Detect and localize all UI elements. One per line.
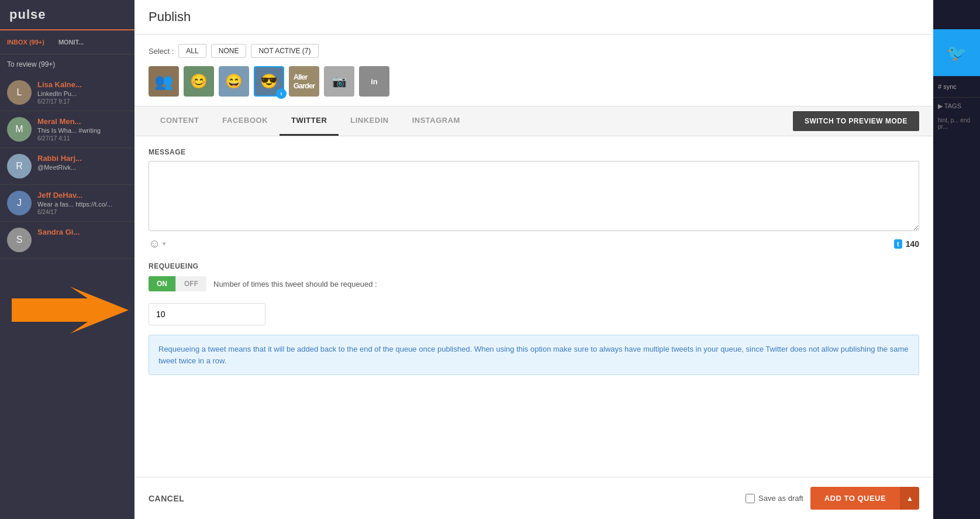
inbox-date-1: 6/27/17 4:11 (37, 135, 127, 142)
footer-right: Save as draft ADD TO QUEUE ▲ (746, 487, 919, 510)
inbox-preview-0: LinkedIn Pu... (37, 90, 127, 97)
account-avatar-2[interactable]: 😄 (219, 66, 249, 97)
sidebar-nav-monitor[interactable]: MONIT... (51, 30, 91, 54)
avatar-lisa: L (7, 80, 32, 105)
avatar-jeff: J (7, 191, 32, 215)
inbox-item-0[interactable]: L Lisa Kalne... LinkedIn Pu... 6/27/17 9… (0, 74, 134, 111)
modal-footer: CANCEL Save as draft ADD TO QUEUE ▲ (134, 477, 933, 519)
requeue-count-input[interactable] (149, 303, 265, 325)
tags-sub: hint, p... end pr... (933, 115, 980, 132)
twitter-panel[interactable]: 🐦 (933, 29, 980, 76)
toggle-row: ON OFF Number of times this tweet should… (149, 276, 919, 291)
sync-label: # sync (933, 76, 980, 98)
inbox-item-3[interactable]: J Jeff DeHav... Wear a fas... https://t.… (0, 185, 134, 222)
avatars-row: 👥 😊 😄 😎 t AllerGarder 📷 (149, 66, 919, 97)
inbox-name-2: Rabbi Harj... (37, 154, 127, 163)
avatar-img-4: AllerGarder (289, 66, 319, 97)
requeueing-header: REQUEUEING (149, 262, 919, 270)
tab-instagram[interactable]: INSTAGRAM (401, 106, 472, 136)
sidebar-nav: INBOX (99+) MONIT... (0, 30, 134, 54)
toggle-on-button[interactable]: ON (149, 276, 175, 291)
dropdown-arrow-icon: ▲ (906, 494, 913, 503)
save-draft-label[interactable]: Save as draft (746, 494, 803, 503)
add-to-queue-dropdown-button[interactable]: ▲ (900, 487, 919, 510)
inbox-name-1: Meral Men... (37, 117, 127, 126)
info-text: Requeueing a tweet means that it will be… (158, 345, 909, 365)
select-label: Select : (149, 47, 174, 56)
add-to-queue-button[interactable]: ADD TO QUEUE (810, 487, 900, 510)
inbox-preview-3: Wear a fas... https://t.co/... (37, 201, 127, 208)
select-not-active-button[interactable]: NOT ACTIVE (7) (251, 44, 318, 58)
account-avatar-6[interactable]: in (359, 66, 389, 97)
modal-header: Publish (134, 0, 933, 35)
char-count: t 140 (894, 239, 919, 249)
account-selector: Select : ALL NONE NOT ACTIVE (7) 👥 😊 😄 (134, 35, 933, 106)
modal-body: MESSAGE ☺ ▾ t 140 REQUEUEING ON OFF Numb… (134, 136, 933, 477)
right-panel: PUBLISH 🐦 # sync ▶ TAGS hint, p... end p… (933, 0, 980, 519)
tab-linkedin[interactable]: LINKEDIN (339, 106, 400, 136)
avatar-img-5: 📷 (324, 66, 354, 97)
inbox-preview-1: This Is Wha... #writing (37, 127, 127, 134)
tab-content[interactable]: CONTENT (149, 106, 211, 136)
inbox-item-2[interactable]: R Rabbi Harj... @MeetRivk... (0, 148, 134, 185)
toggle-off-button[interactable]: OFF (175, 276, 206, 291)
account-avatar-3[interactable]: 😎 t (254, 66, 284, 97)
inbox-name-3: Jeff DeHav... (37, 191, 127, 200)
sidebar-tabs: To review (99+) (0, 54, 134, 74)
add-to-queue-group: ADD TO QUEUE ▲ (810, 487, 919, 510)
tags-label[interactable]: ▶ TAGS (933, 98, 980, 115)
twitter-badge: t (276, 88, 287, 99)
requeue-times-label: Number of times this tweet should be req… (213, 280, 377, 288)
select-none-button[interactable]: NONE (211, 44, 247, 58)
modal-title: Publish (149, 9, 919, 25)
inbox-date-0: 6/27/17 9:17 (37, 98, 127, 105)
dropdown-chevron-icon: ▾ (163, 240, 166, 248)
account-avatar-0[interactable]: 👥 (149, 66, 179, 97)
sidebar: pulse INBOX (99+) MONIT... To review (99… (0, 0, 134, 519)
sidebar-logo: pulse (0, 0, 134, 30)
avatar-sandra: S (7, 228, 32, 252)
select-all-button[interactable]: ALL (178, 44, 206, 58)
emoji-icon: ☺ (149, 237, 160, 250)
char-count-value: 140 (906, 239, 919, 249)
requeueing-info-box: Requeueing a tweet means that it will be… (149, 335, 919, 375)
inbox-date-3: 6/24/17 (37, 209, 127, 215)
avatar-img-1: 😊 (184, 66, 214, 97)
account-avatar-5[interactable]: 📷 (324, 66, 354, 97)
sidebar-nav-inbox[interactable]: INBOX (99+) (0, 30, 51, 54)
svg-marker-0 (12, 287, 129, 334)
tab-facebook[interactable]: FACEBOOK (211, 106, 279, 136)
save-draft-checkbox[interactable] (746, 494, 755, 503)
message-label: MESSAGE (149, 148, 919, 156)
twitter-icon: 🐦 (947, 43, 967, 63)
arrow-annotation (12, 287, 129, 336)
cancel-button[interactable]: CANCEL (149, 489, 184, 508)
tabs-bar: CONTENT FACEBOOK TWITTER LINKEDIN INSTAG… (134, 106, 933, 136)
select-row: Select : ALL NONE NOT ACTIVE (7) (149, 44, 919, 58)
tab-twitter[interactable]: TWITTER (279, 106, 339, 136)
publish-modal: Publish Select : ALL NONE NOT ACTIVE (7)… (134, 0, 933, 519)
requeue-toggle[interactable]: ON OFF (149, 276, 206, 291)
account-avatar-1[interactable]: 😊 (184, 66, 214, 97)
avatar-rabbi: R (7, 154, 32, 178)
avatar-img-2: 😄 (219, 66, 249, 97)
requeueing-section: REQUEUEING ON OFF Number of times this t… (149, 262, 919, 375)
avatar-meral: M (7, 117, 32, 142)
switch-preview-button[interactable]: SWITCH TO PREVIEW MODE (793, 111, 919, 131)
inbox-name-0: Lisa Kalne... (37, 80, 127, 89)
avatar-img-6: in (359, 66, 389, 97)
inbox-preview-2: @MeetRivk... (37, 164, 127, 171)
emoji-button[interactable]: ☺ ▾ (149, 237, 166, 250)
message-textarea[interactable] (149, 161, 919, 231)
account-avatar-4[interactable]: AllerGarder (289, 66, 319, 97)
message-toolbar: ☺ ▾ t 140 (149, 237, 919, 250)
inbox-item-4[interactable]: S Sandra Gi... (0, 222, 134, 259)
inbox-name-4: Sandra Gi... (37, 228, 127, 236)
avatar-img-0: 👥 (149, 66, 179, 97)
twitter-char-icon: t (894, 239, 902, 249)
inbox-item-1[interactable]: M Meral Men... This Is Wha... #writing 6… (0, 111, 134, 148)
